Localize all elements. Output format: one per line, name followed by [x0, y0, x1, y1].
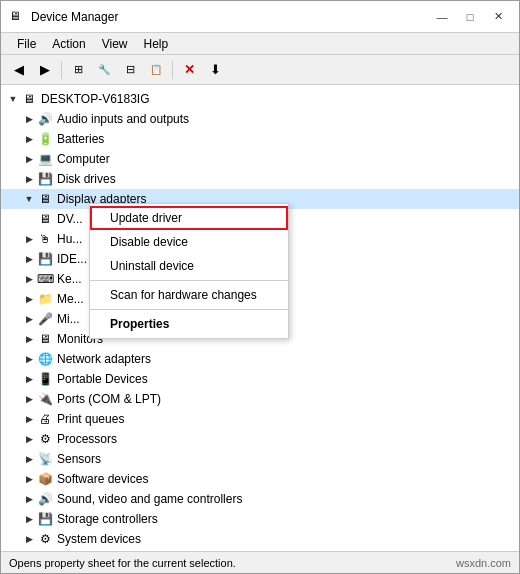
me-expand[interactable]: ▶: [21, 291, 37, 307]
delete-button[interactable]: ✕: [177, 59, 201, 81]
processors-icon: ⚙: [37, 431, 53, 447]
menu-bar: File Action View Help: [1, 33, 519, 55]
hu-expand[interactable]: ▶: [21, 231, 37, 247]
network-expand[interactable]: ▶: [21, 351, 37, 367]
tree-item-system[interactable]: ▶ ⚙ System devices: [1, 529, 519, 549]
status-brand: wsxdn.com: [456, 557, 511, 569]
tree-item-network[interactable]: ▶ 🌐 Network adapters: [1, 349, 519, 369]
network-label: Network adapters: [57, 352, 151, 366]
forward-button[interactable]: ▶: [33, 59, 57, 81]
processors-expand[interactable]: ▶: [21, 431, 37, 447]
storage-label: Storage controllers: [57, 512, 158, 526]
computer-expand[interactable]: ▶: [21, 151, 37, 167]
tree-item-disk[interactable]: ▶ 💾 Disk drives: [1, 169, 519, 189]
dv-label: DV...: [57, 212, 83, 226]
title-bar-left: 🖥 Device Manager: [9, 9, 118, 25]
disk-expand[interactable]: ▶: [21, 171, 37, 187]
ide-icon: 💾: [37, 251, 53, 267]
window-controls: — □ ✕: [429, 7, 511, 27]
audio-label: Audio inputs and outputs: [57, 112, 189, 126]
tree-item-computer[interactable]: ▶ 💻 Computer: [1, 149, 519, 169]
sensors-expand[interactable]: ▶: [21, 451, 37, 467]
ports-expand[interactable]: ▶: [21, 391, 37, 407]
batteries-expand[interactable]: ▶: [21, 131, 37, 147]
portable-expand[interactable]: ▶: [21, 371, 37, 387]
maximize-button[interactable]: □: [457, 7, 483, 27]
disk-label: Disk drives: [57, 172, 116, 186]
tree-root[interactable]: ▼ 🖥 DESKTOP-V6183IG: [1, 89, 519, 109]
system-label: System devices: [57, 532, 141, 546]
portable-icon: 📱: [37, 371, 53, 387]
tree-item-portable[interactable]: ▶ 📱 Portable Devices: [1, 369, 519, 389]
tree-item-sound[interactable]: ▶ 🔊 Sound, video and game controllers: [1, 489, 519, 509]
display-icon: 🖥: [37, 191, 53, 207]
minimize-button[interactable]: —: [429, 7, 455, 27]
tree-item-ports[interactable]: ▶ 🔌 Ports (COM & LPT): [1, 389, 519, 409]
disk-icon: 💾: [37, 171, 53, 187]
ctx-update-driver[interactable]: Update driver: [90, 206, 288, 230]
monitors-expand[interactable]: ▶: [21, 331, 37, 347]
network-icon: 🌐: [37, 351, 53, 367]
audio-icon: 🔊: [37, 111, 53, 127]
ctx-scan-hardware[interactable]: Scan for hardware changes: [90, 283, 288, 307]
sound-icon: 🔊: [37, 491, 53, 507]
toolbar-separator-1: [61, 61, 62, 79]
hu-label: Hu...: [57, 232, 82, 246]
ctx-disable-device[interactable]: Disable device: [90, 230, 288, 254]
app-icon: 🖥: [9, 9, 25, 25]
tree-item-storage[interactable]: ▶ 💾 Storage controllers: [1, 509, 519, 529]
software-expand[interactable]: ▶: [21, 471, 37, 487]
title-bar: 🖥 Device Manager — □ ✕: [1, 1, 519, 33]
update-driver-button[interactable]: 🔧: [92, 59, 116, 81]
menu-view[interactable]: View: [94, 35, 136, 53]
disable-button[interactable]: ⊟: [118, 59, 142, 81]
tree-item-usb[interactable]: ▶ 🔌 Universal Serial Bus controllers: [1, 549, 519, 551]
ports-icon: 🔌: [37, 391, 53, 407]
software-icon: 📦: [37, 471, 53, 487]
tree-item-software[interactable]: ▶ 📦 Software devices: [1, 469, 519, 489]
audio-expand[interactable]: ▶: [21, 111, 37, 127]
ctx-separator-2: [90, 309, 288, 310]
scan-button[interactable]: ⬇: [203, 59, 227, 81]
sensors-icon: 📡: [37, 451, 53, 467]
ide-label: IDE...: [57, 252, 87, 266]
print-expand[interactable]: ▶: [21, 411, 37, 427]
print-label: Print queues: [57, 412, 124, 426]
ctx-separator-1: [90, 280, 288, 281]
storage-expand[interactable]: ▶: [21, 511, 37, 527]
ke-expand[interactable]: ▶: [21, 271, 37, 287]
system-expand[interactable]: ▶: [21, 531, 37, 547]
uninstall-button[interactable]: 📋: [144, 59, 168, 81]
tree-area[interactable]: ▼ 🖥 DESKTOP-V6183IG ▶ 🔊 Audio inputs and…: [1, 85, 519, 551]
tree-item-processors[interactable]: ▶ ⚙ Processors: [1, 429, 519, 449]
sound-expand[interactable]: ▶: [21, 491, 37, 507]
print-icon: 🖨: [37, 411, 53, 427]
ctx-uninstall-device[interactable]: Uninstall device: [90, 254, 288, 278]
me-label: Me...: [57, 292, 84, 306]
batteries-label: Batteries: [57, 132, 104, 146]
mi-expand[interactable]: ▶: [21, 311, 37, 327]
ide-expand[interactable]: ▶: [21, 251, 37, 267]
context-menu: Update driver Disable device Uninstall d…: [89, 203, 289, 339]
menu-help[interactable]: Help: [136, 35, 177, 53]
processors-label: Processors: [57, 432, 117, 446]
tree-item-print[interactable]: ▶ 🖨 Print queues: [1, 409, 519, 429]
display-expand[interactable]: ▼: [21, 191, 37, 207]
monitors-icon: 🖥: [37, 331, 53, 347]
status-bar: Opens property sheet for the current sel…: [1, 551, 519, 573]
computer-label: Computer: [57, 152, 110, 166]
root-expand-icon[interactable]: ▼: [5, 91, 21, 107]
tree-item-audio[interactable]: ▶ 🔊 Audio inputs and outputs: [1, 109, 519, 129]
tree-item-batteries[interactable]: ▶ 🔋 Batteries: [1, 129, 519, 149]
menu-file[interactable]: File: [9, 35, 44, 53]
toolbar-separator-2: [172, 61, 173, 79]
me-icon: 📁: [37, 291, 53, 307]
tree-item-sensors[interactable]: ▶ 📡 Sensors: [1, 449, 519, 469]
portable-label: Portable Devices: [57, 372, 148, 386]
close-button[interactable]: ✕: [485, 7, 511, 27]
properties-button[interactable]: ⊞: [66, 59, 90, 81]
back-button[interactable]: ◀: [7, 59, 31, 81]
ctx-properties[interactable]: Properties: [90, 312, 288, 336]
mi-icon: 🎤: [37, 311, 53, 327]
menu-action[interactable]: Action: [44, 35, 93, 53]
